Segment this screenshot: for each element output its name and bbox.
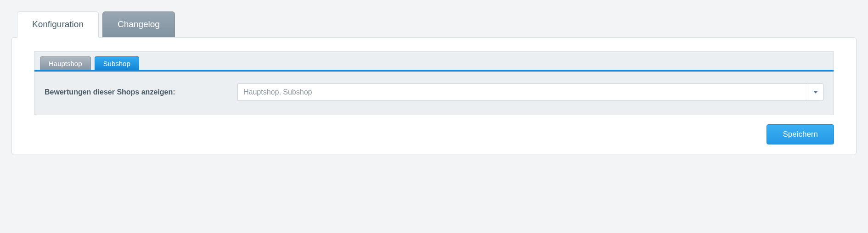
outer-tabstrip: Konfiguration Changelog [11, 11, 857, 37]
shops-multiselect-value[interactable]: Hauptshop, Subshop [237, 83, 808, 101]
config-panel: Hauptshop Subshop Bewertungen dieser Sho… [11, 37, 857, 155]
subtab-hauptshop[interactable]: Hauptshop [40, 56, 91, 70]
subtab-subshop[interactable]: Subshop [95, 56, 139, 70]
tab-changelog[interactable]: Changelog [102, 11, 175, 37]
inner-tabstrip: Hauptshop Subshop [34, 52, 834, 72]
shops-multiselect[interactable]: Hauptshop, Subshop [237, 83, 823, 101]
inner-body: Bewertungen dieser Shops anzeigen: Haupt… [34, 72, 834, 115]
shops-multiselect-trigger[interactable] [808, 83, 823, 101]
save-button[interactable]: Speichern [767, 124, 834, 144]
tab-konfiguration[interactable]: Konfiguration [17, 11, 99, 38]
chevron-down-icon [813, 91, 818, 94]
form-row-show-reviews: Bewertungen dieser Shops anzeigen: Haupt… [45, 83, 823, 101]
shop-scope-panel: Hauptshop Subshop Bewertungen dieser Sho… [34, 51, 834, 115]
field-label-show-reviews: Bewertungen dieser Shops anzeigen: [45, 88, 237, 96]
footer-row: Speichern [34, 124, 834, 144]
